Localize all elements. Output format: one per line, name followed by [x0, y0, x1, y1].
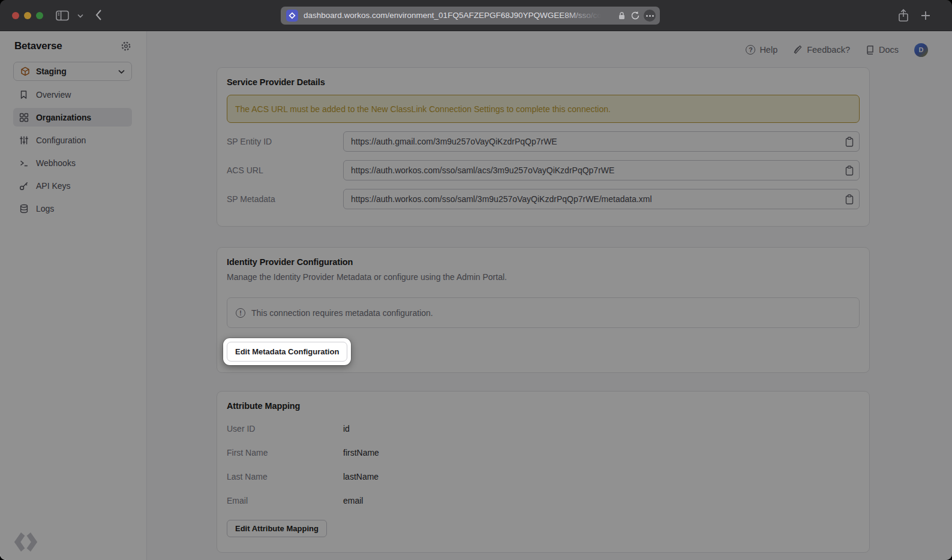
chevron-down-icon[interactable]: [77, 14, 83, 18]
browser-chrome: dashboard.workos.com/environment_01FQ5AF…: [0, 0, 952, 31]
workos-favicon: [286, 10, 298, 22]
sidebar-toggle-icon[interactable]: [56, 10, 69, 21]
url-fade: [563, 7, 618, 25]
zoom-window-button[interactable]: [36, 12, 43, 19]
minimize-window-button[interactable]: [24, 12, 31, 19]
share-icon[interactable]: [897, 8, 909, 23]
browser-window: dashboard.workos.com/environment_01FQ5AF…: [0, 0, 952, 560]
url-bar[interactable]: dashboard.workos.com/environment_01FQ5AF…: [281, 7, 660, 25]
back-icon[interactable]: [95, 9, 102, 21]
reload-icon[interactable]: [630, 11, 640, 20]
new-tab-icon[interactable]: [921, 11, 930, 20]
close-window-button[interactable]: [12, 12, 19, 19]
edit-metadata-configuration-button[interactable]: Edit Metadata Configuration: [227, 342, 347, 362]
more-icon[interactable]: [644, 10, 656, 22]
spotlight-ring: Edit Metadata Configuration: [223, 338, 351, 365]
page-content: Betaverse Staging Overview: [0, 31, 952, 560]
lock-icon: [618, 11, 625, 20]
dim-overlay: [0, 31, 952, 560]
